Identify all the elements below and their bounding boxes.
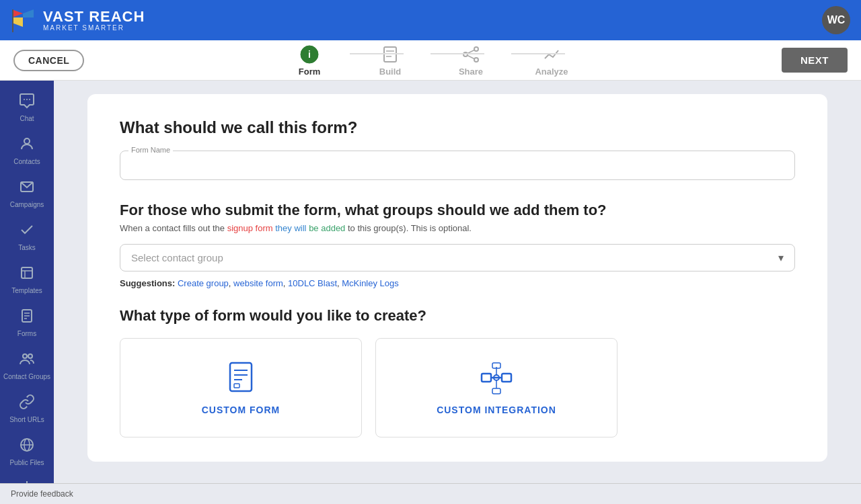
form-name-field-wrapper: Form Name — [120, 151, 795, 180]
next-button[interactable]: NEXT — [782, 48, 848, 73]
sidebar-item-campaigns[interactable]: Campaigns — [0, 172, 54, 215]
suggestion-website-form[interactable]: website form — [233, 278, 283, 288]
sidebar-item-vastgpt[interactable]: VastGPT — [0, 473, 54, 483]
sidebar-item-contacts[interactable]: Contacts — [0, 129, 54, 172]
steps-container: i Form Build — [269, 44, 592, 77]
svg-rect-37 — [230, 363, 252, 391]
chat-icon — [19, 93, 35, 113]
sidebar-item-chat[interactable]: Chat — [0, 86, 54, 129]
svg-line-14 — [467, 56, 474, 59]
step-analyze: Analyze — [511, 44, 592, 77]
svg-point-18 — [24, 138, 30, 144]
step-share: Share — [430, 44, 511, 77]
feedback-bar[interactable]: Provide feedback — [0, 483, 861, 504]
sidebar-item-contact-groups-label: Contact Groups — [3, 373, 50, 380]
contacts-icon — [19, 136, 35, 156]
svg-point-16 — [26, 99, 28, 100]
svg-point-15 — [24, 99, 25, 100]
suggestion-mckinley-logs[interactable]: McKinley Logs — [342, 278, 399, 288]
sidebar-item-forms-label: Forms — [17, 330, 36, 337]
svg-marker-0 — [12, 9, 23, 17]
main-layout: Chat Contacts Campaigns — [0, 81, 861, 483]
form-type-title: What type of form would you like to crea… — [120, 307, 795, 325]
svg-marker-1 — [23, 9, 34, 17]
sidebar-item-public-files[interactable]: Public Files — [0, 430, 54, 473]
svg-rect-42 — [482, 374, 491, 382]
step-build: Build — [350, 44, 430, 77]
svg-text:i: i — [308, 49, 311, 60]
topbar: VAST REACH MARKET SMARTER WC — [0, 0, 861, 40]
custom-integration-card[interactable]: CUSTOM INTEGRATION — [375, 338, 617, 437]
step-share-label: Share — [459, 67, 483, 77]
templates-icon — [19, 265, 35, 285]
sidebar-item-contacts-label: Contacts — [13, 158, 40, 165]
custom-form-label: CUSTOM FORM — [202, 405, 280, 415]
sidebar-item-templates-label: Templates — [11, 287, 42, 294]
suggestion-create-group[interactable]: Create group — [178, 278, 229, 288]
sidebar-item-forms[interactable]: Forms — [0, 301, 54, 344]
campaigns-icon — [19, 179, 35, 199]
svg-point-10 — [474, 47, 478, 51]
groups-title: For those who submit the form, what grou… — [120, 202, 795, 219]
custom-form-icon — [223, 360, 258, 395]
step-share-icon — [460, 44, 482, 65]
sidebar-item-short-urls-label: Short URLs — [9, 416, 44, 423]
suggestions-label: Suggestions: — [120, 278, 175, 288]
custom-form-card[interactable]: CUSTOM FORM — [120, 338, 362, 437]
logo-name: VAST REACH — [43, 9, 145, 24]
logo-flag-icon — [11, 8, 35, 32]
contact-groups-icon — [19, 351, 35, 371]
step-form-icon: i — [299, 44, 320, 65]
svg-point-27 — [23, 354, 27, 358]
custom-integration-label: CUSTOM INTEGRATION — [437, 405, 556, 415]
chevron-down-icon: ▾ — [778, 251, 784, 264]
step-build-icon — [379, 44, 401, 65]
sidebar-item-campaigns-label: Campaigns — [10, 201, 44, 208]
sidebar-item-short-urls[interactable]: Short URLs — [0, 387, 54, 430]
sidebar-item-contact-groups[interactable]: Contact Groups — [0, 344, 54, 387]
form-name-label: Form Name — [128, 146, 173, 154]
toolbar: CANCEL i Form B — [0, 40, 861, 81]
sidebar-item-public-files-label: Public Files — [9, 459, 44, 466]
form-card: What should we call this form? Form Name… — [87, 94, 827, 462]
suggestion-10dlc-blast[interactable]: 10DLC Blast — [288, 278, 337, 288]
svg-rect-6 — [384, 47, 396, 62]
short-urls-icon — [19, 394, 35, 414]
form-name-input[interactable] — [131, 154, 784, 171]
sidebar-item-chat-label: Chat — [20, 115, 34, 122]
cancel-button[interactable]: CANCEL — [13, 50, 84, 71]
svg-rect-49 — [492, 388, 500, 394]
step-analyze-icon — [541, 44, 562, 65]
sidebar-item-templates[interactable]: Templates — [0, 258, 54, 301]
svg-rect-3 — [12, 9, 13, 32]
contact-group-select[interactable]: Select contact group ▾ — [120, 244, 795, 271]
svg-rect-41 — [234, 384, 239, 388]
groups-hint: When a contact fills out the signup form… — [120, 223, 795, 233]
step-build-label: Build — [379, 67, 402, 77]
svg-point-28 — [28, 354, 32, 358]
step-analyze-label: Analyze — [535, 67, 568, 77]
topbar-left: VAST REACH MARKET SMARTER — [11, 8, 145, 32]
svg-point-17 — [29, 99, 30, 100]
sidebar-item-tasks-label: Tasks — [18, 244, 36, 251]
sidebar: Chat Contacts Campaigns — [0, 81, 54, 483]
tasks-icon — [19, 222, 35, 242]
select-placeholder: Select contact group — [131, 252, 223, 263]
sidebar-item-tasks[interactable]: Tasks — [0, 215, 54, 258]
public-files-icon — [19, 437, 35, 457]
step-form-label: Form — [299, 67, 321, 77]
form-name-title: What should we call this form? — [120, 118, 795, 137]
form-type-options: CUSTOM FORM — [120, 338, 795, 437]
forms-icon — [19, 308, 35, 328]
suggestions: Suggestions: Create group, website form,… — [120, 278, 795, 288]
svg-marker-2 — [12, 17, 23, 27]
content-area: What should we call this form? Form Name… — [54, 81, 861, 483]
logo-text: VAST REACH MARKET SMARTER — [43, 9, 145, 32]
svg-rect-43 — [502, 374, 511, 382]
avatar[interactable]: WC — [822, 6, 850, 34]
svg-point-12 — [474, 58, 478, 62]
step-form: i Form — [269, 44, 350, 77]
feedback-label: Provide feedback — [11, 489, 73, 499]
svg-rect-20 — [22, 267, 32, 278]
custom-integration-icon — [479, 360, 514, 395]
